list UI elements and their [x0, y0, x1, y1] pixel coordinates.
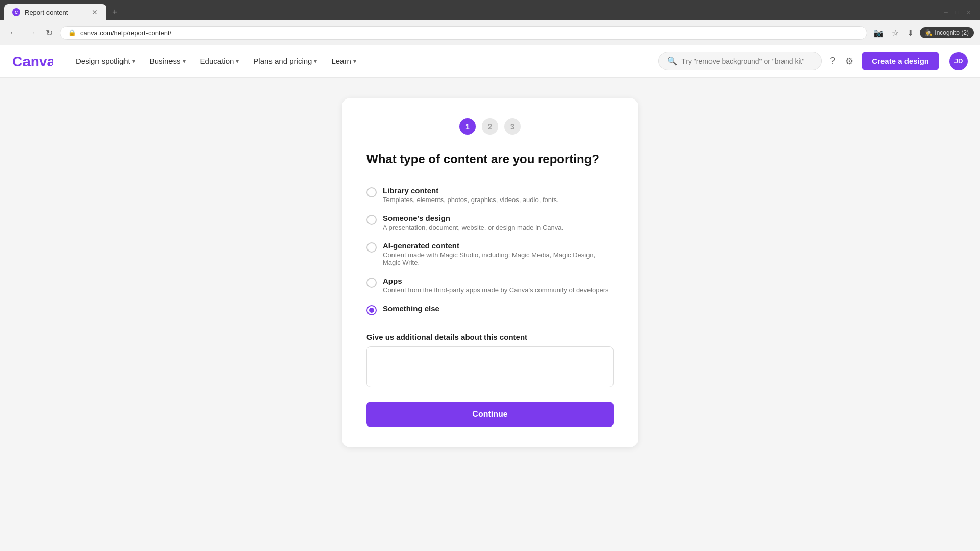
radio-ai-generated-circle[interactable] — [366, 242, 377, 253]
details-textarea[interactable] — [366, 346, 614, 387]
close-button[interactable]: ✕ — [965, 9, 972, 16]
nav-search-area: 🔍 ? ⚙ Create a design JD — [658, 52, 968, 70]
canva-logo[interactable]: Canva — [12, 53, 53, 69]
step-3-indicator: 3 — [504, 118, 521, 135]
chevron-icon-3: ▾ — [314, 58, 317, 65]
option-someones-design-desc: A presentation, document, website, or de… — [383, 223, 564, 231]
details-section: Give us additional details about this co… — [366, 333, 614, 389]
option-ai-generated-desc: Content made with Magic Studio, includin… — [383, 251, 614, 266]
back-button[interactable]: ← — [6, 26, 20, 39]
step-indicators: 1 2 3 — [366, 118, 614, 135]
chevron-icon-2: ▾ — [236, 58, 239, 65]
nav-item-design-spotlight[interactable]: Design spotlight ▾ — [69, 53, 141, 69]
nav-label-learn: Learn — [331, 57, 351, 65]
form-card: 1 2 3 What type of content are you repor… — [342, 98, 638, 447]
browser-tab-bar: C Report content ✕ + ─ □ ✕ — [0, 0, 980, 20]
nav-label-education: Education — [200, 57, 234, 65]
address-bar[interactable]: 🔒 canva.com/help/report-content/ — [60, 26, 867, 40]
active-tab[interactable]: C Report content ✕ — [4, 4, 106, 20]
option-ai-generated[interactable]: AI-generated content Content made with M… — [366, 236, 614, 271]
browser-toolbar: ← → ↻ 🔒 canva.com/help/report-content/ 📷… — [0, 20, 980, 45]
radio-library-circle[interactable] — [366, 187, 377, 197]
radio-options-group: Library content Templates, elements, pho… — [366, 181, 614, 320]
toolbar-actions: 📷 ☆ ⬇ 🕵 Incognito (2) — [871, 26, 974, 40]
main-content: 1 2 3 What type of content are you repor… — [0, 78, 980, 551]
form-title: What type of content are you reporting? — [366, 151, 614, 167]
tab-title: Report content — [24, 9, 68, 16]
option-someones-design[interactable]: Someone's design A presentation, documen… — [366, 209, 614, 236]
option-apps[interactable]: Apps Content from the third-party apps m… — [366, 271, 614, 299]
browser-chrome: C Report content ✕ + ─ □ ✕ ← → ↻ 🔒 canva… — [0, 0, 980, 45]
search-icon: 🔍 — [667, 56, 677, 66]
download-icon[interactable]: ⬇ — [905, 26, 916, 40]
option-library-label: Library content — [383, 186, 559, 195]
nav-label-design-spotlight: Design spotlight — [76, 57, 130, 65]
settings-button[interactable]: ⚙ — [843, 54, 855, 69]
nav-items: Design spotlight ▾ Business ▾ Education … — [69, 53, 658, 69]
incognito-icon: 🕵 — [925, 29, 933, 36]
option-apps-text: Apps Content from the third-party apps m… — [383, 277, 609, 294]
nav-label-plans: Plans and pricing — [253, 57, 312, 65]
search-input[interactable] — [681, 57, 813, 65]
option-library-desc: Templates, elements, photos, graphics, v… — [383, 196, 559, 204]
incognito-label: Incognito (2) — [935, 29, 969, 36]
help-button[interactable]: ? — [828, 54, 837, 68]
nav-item-learn[interactable]: Learn ▾ — [325, 53, 362, 69]
new-tab-button[interactable]: + — [108, 5, 122, 20]
incognito-button[interactable]: 🕵 Incognito (2) — [920, 27, 974, 38]
nav-item-business[interactable]: Business ▾ — [143, 53, 192, 69]
forward-button[interactable]: → — [24, 26, 39, 39]
svg-text:Canva: Canva — [12, 54, 53, 69]
minimize-button[interactable]: ─ — [942, 9, 949, 16]
tab-close-btn[interactable]: ✕ — [92, 8, 98, 16]
details-label: Give us additional details about this co… — [366, 333, 614, 341]
chevron-icon-1: ▾ — [183, 58, 186, 65]
camera-off-icon[interactable]: 📷 — [871, 26, 886, 40]
continue-button[interactable]: Continue — [366, 402, 614, 427]
option-ai-generated-text: AI-generated content Content made with M… — [383, 241, 614, 266]
option-library-text: Library content Templates, elements, pho… — [383, 186, 559, 204]
lock-icon: 🔒 — [68, 29, 76, 36]
radio-apps-circle[interactable] — [366, 278, 377, 288]
canva-navbar: Canva Design spotlight ▾ Business ▾ Educ… — [0, 45, 980, 78]
radio-someones-design-circle[interactable] — [366, 215, 377, 225]
nav-item-plans[interactable]: Plans and pricing ▾ — [247, 53, 323, 69]
step-1-indicator: 1 — [459, 118, 476, 135]
option-apps-label: Apps — [383, 277, 609, 285]
option-someones-design-label: Someone's design — [383, 214, 564, 222]
option-ai-generated-label: AI-generated content — [383, 241, 614, 250]
option-something-else-label: Something else — [383, 304, 439, 313]
tab-favicon: C — [12, 8, 20, 16]
option-someones-design-text: Someone's design A presentation, documen… — [383, 214, 564, 231]
maximize-button[interactable]: □ — [953, 9, 961, 16]
nav-item-education[interactable]: Education ▾ — [194, 53, 246, 69]
search-bar[interactable]: 🔍 — [658, 52, 822, 70]
reload-button[interactable]: ↻ — [43, 26, 56, 40]
create-design-button[interactable]: Create a design — [862, 52, 939, 70]
chevron-icon-4: ▾ — [353, 58, 356, 65]
avatar[interactable]: JD — [949, 52, 968, 70]
address-text: canva.com/help/report-content/ — [80, 29, 172, 37]
option-apps-desc: Content from the third-party apps made b… — [383, 286, 609, 294]
option-something-else[interactable]: Something else — [366, 299, 614, 320]
option-something-else-text: Something else — [383, 304, 439, 313]
chevron-icon-0: ▾ — [132, 58, 135, 65]
bookmark-icon[interactable]: ☆ — [890, 26, 901, 40]
nav-label-business: Business — [150, 57, 181, 65]
radio-something-else-circle[interactable] — [366, 305, 377, 315]
option-library-content[interactable]: Library content Templates, elements, pho… — [366, 181, 614, 209]
step-2-indicator: 2 — [482, 118, 498, 135]
